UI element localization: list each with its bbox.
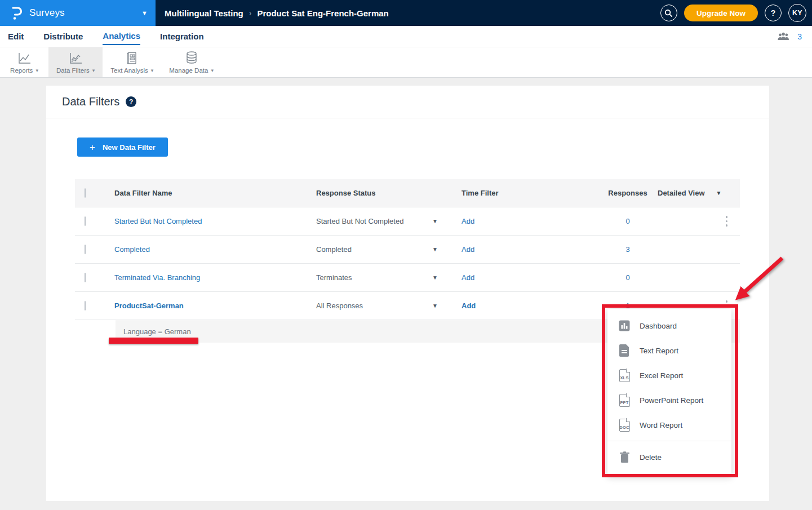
- row-checkbox[interactable]: [85, 301, 86, 311]
- menu-item-label: Excel Report: [640, 371, 683, 380]
- filter-name-link[interactable]: Started But Not Completed: [114, 217, 202, 225]
- menu-item-delete[interactable]: Delete: [607, 445, 731, 469]
- time-filter-add-link[interactable]: Add: [462, 273, 474, 282]
- new-data-filter-button[interactable]: + New Data Filter: [77, 138, 168, 157]
- filter-name-link[interactable]: Terminated Via. Branching: [114, 273, 200, 282]
- chevron-down-icon: ▾: [92, 68, 95, 73]
- help-icon[interactable]: ?: [126, 96, 136, 107]
- time-filter-add-link[interactable]: Add: [462, 301, 476, 310]
- col-header-name: Data Filter Name: [114, 189, 316, 197]
- line-chart-icon: [17, 51, 32, 65]
- menu-item-label: Dashboard: [640, 322, 677, 330]
- table-row: Completed Completed▼ Add 3: [75, 236, 740, 264]
- toolbar-label: Manage Data: [169, 67, 208, 74]
- col-header-time: Time Filter: [462, 189, 604, 197]
- page-title: Data Filters: [62, 95, 119, 108]
- select-all-checkbox[interactable]: [85, 188, 86, 198]
- menu-item-dashboard[interactable]: Dashboard: [607, 313, 731, 338]
- responses-count[interactable]: 0: [625, 273, 629, 282]
- search-button[interactable]: [660, 5, 677, 21]
- response-status-select[interactable]: Completed▼: [316, 245, 462, 254]
- file-type-badge: XLS: [620, 375, 628, 382]
- responses-count[interactable]: 3: [625, 245, 629, 254]
- filter-condition-text: Language = German: [123, 327, 191, 336]
- menu-item-label: Delete: [640, 453, 662, 462]
- survey-tab-bar: Edit Distribute Analytics Integration 3: [0, 26, 812, 47]
- response-status-select[interactable]: Terminates▼: [316, 273, 462, 282]
- chevron-down-icon: ▼: [432, 246, 438, 252]
- breadcrumb-survey[interactable]: Product Sat Eng-French-German: [257, 8, 388, 18]
- file-type-badge: DOC: [619, 425, 629, 431]
- response-status-select[interactable]: Started But Not Completed▼: [316, 217, 462, 225]
- toolbar-item-reports[interactable]: Reports▾: [0, 47, 48, 77]
- menu-item-excel-report[interactable]: XLS Excel Report: [607, 363, 731, 388]
- user-avatar[interactable]: KY: [788, 4, 806, 22]
- doc-file-icon: DOC: [618, 418, 631, 432]
- responses-count[interactable]: 0: [625, 217, 629, 225]
- menu-item-label: PowerPoint Report: [640, 396, 703, 405]
- breadcrumb: Multilingual Testing › Product Sat Eng-F…: [165, 8, 389, 18]
- table-row: Started But Not Completed Started But No…: [75, 207, 740, 236]
- chevron-down-icon: ▼: [432, 303, 438, 309]
- time-filter-add-link[interactable]: Add: [462, 217, 474, 225]
- questionpro-logo-icon: [10, 5, 25, 21]
- menu-item-label: Word Report: [640, 421, 682, 429]
- row-checkbox[interactable]: [85, 245, 86, 254]
- detailed-view-label: Detailed View: [658, 189, 705, 197]
- text-analysis-icon: [125, 51, 139, 65]
- tab-integration[interactable]: Integration: [160, 28, 204, 45]
- tab-edit[interactable]: Edit: [8, 28, 24, 45]
- chevron-down-icon: ▼: [716, 190, 722, 196]
- trash-icon: [618, 450, 631, 464]
- chevron-down-icon: ▾: [36, 68, 38, 73]
- chevron-down-icon: ▾: [151, 68, 154, 73]
- toolbar-label: Data Filters: [56, 67, 90, 74]
- row-context-menu: Dashboard Text Report XLS Excel Report P…: [607, 309, 731, 476]
- breadcrumb-separator: ›: [249, 8, 252, 17]
- upgrade-now-button[interactable]: Upgrade Now: [684, 5, 758, 21]
- product-switcher[interactable]: Surveys ▼: [0, 0, 156, 26]
- filter-name-link[interactable]: Completed: [114, 245, 150, 254]
- menu-item-text-report[interactable]: Text Report: [607, 338, 731, 363]
- status-value: Started But Not Completed: [316, 217, 403, 225]
- tab-analytics[interactable]: Analytics: [103, 28, 140, 45]
- table-header-row: Data Filter Name Response Status Time Fi…: [75, 179, 740, 207]
- chevron-down-icon: ▾: [211, 68, 214, 73]
- breadcrumb-folder[interactable]: Multilingual Testing: [165, 8, 243, 18]
- dashboard-icon: [618, 319, 631, 332]
- chevron-down-icon: ▼: [141, 10, 148, 16]
- new-data-filter-label: New Data Filter: [103, 143, 156, 152]
- menu-item-word-report[interactable]: DOC Word Report: [607, 413, 731, 437]
- menu-item-label: Text Report: [640, 347, 678, 355]
- col-header-responses: Responses: [604, 189, 652, 197]
- row-menu-kebab-icon[interactable]: [726, 216, 728, 227]
- text-report-icon: [618, 344, 631, 357]
- line-chart-icon: [68, 51, 83, 65]
- collaborators-count[interactable]: 3: [797, 32, 802, 41]
- filter-name-link[interactable]: ProductSat-German: [114, 301, 184, 310]
- status-value: Terminates: [316, 273, 352, 282]
- menu-item-powerpoint-report[interactable]: PPT PowerPoint Report: [607, 388, 731, 413]
- status-value: All Responses: [316, 301, 363, 310]
- toolbar-item-data-filters[interactable]: Data Filters▾: [48, 47, 103, 77]
- product-name: Surveys: [29, 7, 141, 19]
- response-status-select[interactable]: All Responses▼: [316, 301, 462, 310]
- top-bar: Surveys ▼ Multilingual Testing › Product…: [0, 0, 812, 26]
- search-icon: [664, 9, 673, 17]
- toolbar-item-manage-data[interactable]: Manage Data▾: [161, 47, 221, 77]
- tab-distribute[interactable]: Distribute: [43, 28, 83, 45]
- help-button[interactable]: ?: [765, 5, 782, 21]
- toolbar-label: Reports: [10, 67, 33, 74]
- plus-icon: +: [90, 143, 95, 152]
- row-checkbox[interactable]: [85, 216, 86, 226]
- col-header-status: Response Status: [316, 189, 462, 197]
- detailed-view-dropdown[interactable]: Detailed View ▼: [652, 189, 740, 197]
- collaborators-icon[interactable]: [777, 32, 789, 41]
- row-checkbox[interactable]: [85, 273, 86, 282]
- status-value: Completed: [316, 245, 352, 254]
- menu-divider: [607, 441, 731, 441]
- time-filter-add-link[interactable]: Add: [462, 245, 474, 254]
- chevron-down-icon: ▼: [432, 218, 438, 224]
- toolbar-item-text-analysis[interactable]: Text Analysis▾: [103, 47, 161, 77]
- chevron-down-icon: ▼: [432, 274, 438, 281]
